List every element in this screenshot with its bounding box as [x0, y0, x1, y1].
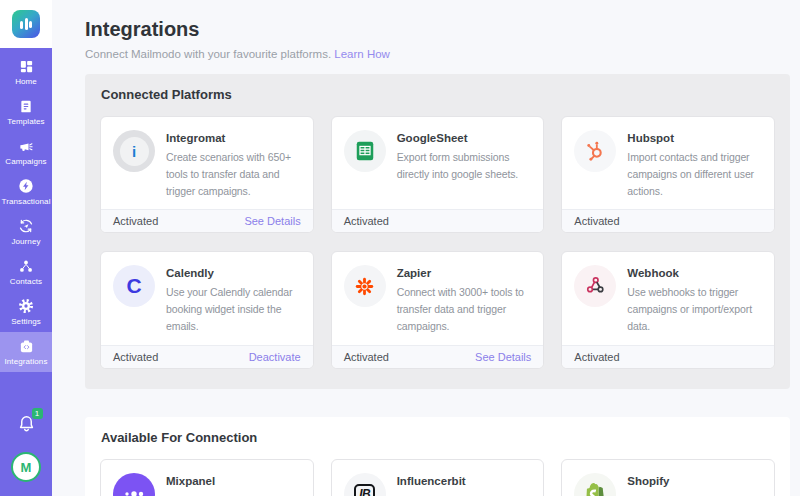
calendly-icon: C	[113, 265, 155, 307]
hubspot-icon	[574, 130, 616, 172]
page-header: Integrations Connect Mailmodo with your …	[52, 0, 800, 60]
settings-icon	[18, 298, 34, 314]
googlesheet-icon	[344, 130, 386, 172]
card-title: Hubspot	[627, 132, 766, 144]
card-description: Sync Mixpanel data to send AMP emails to…	[166, 492, 305, 496]
sidebar-item-settings[interactable]: Settings	[0, 292, 52, 332]
sidebar-item-label: Journey	[11, 237, 40, 246]
connected-platforms-section: Connected Platforms i Integromat Create …	[85, 74, 790, 389]
sidebar-item-campaigns[interactable]: Campaigns	[0, 132, 52, 172]
card-title: Mixpanel	[166, 475, 305, 487]
card-title: GoogleSheet	[397, 132, 536, 144]
available-connection-section: Available For Connection Mixpanel Sync M…	[85, 417, 790, 496]
journey-icon	[18, 218, 34, 234]
sidebar-item-label: Templates	[7, 117, 44, 126]
shopify-icon	[574, 473, 616, 496]
sidebar-item-label: Transactional	[1, 197, 50, 206]
section-heading: Available For Connection	[101, 430, 775, 445]
main-content: Integrations Connect Mailmodo with your …	[52, 0, 800, 496]
sidebar-item-contacts[interactable]: Contacts	[0, 252, 52, 292]
status-badge: Activated	[574, 215, 619, 227]
card-description: Export form submissions directly into go…	[397, 149, 536, 183]
section-heading: Connected Platforms	[101, 87, 775, 102]
card-description: Import contacts and trigger campaigns on…	[627, 149, 766, 199]
sidebar-item-label: Contacts	[10, 277, 42, 286]
integration-card-calendly: C Calendly Use your Calendly calendar bo…	[100, 251, 314, 368]
logo-area	[0, 0, 52, 48]
mixpanel-icon	[113, 473, 155, 496]
transactional-icon	[18, 178, 34, 194]
sidebar-item-transactional[interactable]: Transactional	[0, 172, 52, 212]
sidebar-item-journey[interactable]: Journey	[0, 212, 52, 252]
sidebar-item-label: Integrations	[4, 357, 47, 366]
campaigns-icon	[18, 139, 34, 154]
notification-count-badge: 1	[32, 408, 43, 419]
sidebar: Home Templates Campaigns Transactional J…	[0, 0, 52, 496]
integration-card-googlesheet: GoogleSheet Export form submissions dire…	[331, 116, 545, 233]
integration-card-mixpanel: Mixpanel Sync Mixpanel data to send AMP …	[100, 459, 314, 496]
learn-how-link[interactable]: Learn How	[334, 48, 390, 60]
see-details-link[interactable]: See Details	[244, 215, 300, 227]
card-title: Influencerbit	[397, 475, 536, 487]
card-description: Trigger Mailmodo journeys based on event…	[397, 492, 536, 496]
sidebar-item-label: Home	[15, 77, 37, 86]
integration-card-webhook: Webhook Use webhooks to trigger campaign…	[561, 251, 775, 368]
integration-card-zapier: Zapier Connect with 3000+ tools to trans…	[331, 251, 545, 368]
card-description: Use webhooks to trigger campaigns or imp…	[627, 284, 766, 334]
integration-card-integromat: i Integromat Create scenarios with 650+ …	[100, 116, 314, 233]
card-title: Webhook	[627, 267, 766, 279]
integromat-icon: i	[113, 130, 155, 172]
card-description: Use your Calendly calendar booking widge…	[166, 284, 305, 334]
user-avatar[interactable]: M	[11, 452, 41, 482]
zapier-icon	[344, 265, 386, 307]
card-title: Integromat	[166, 132, 305, 144]
home-icon	[19, 59, 34, 74]
status-badge: Activated	[574, 351, 619, 363]
sidebar-item-home[interactable]: Home	[0, 52, 52, 92]
notifications-button[interactable]: 1	[17, 414, 36, 437]
sidebar-nav: Home Templates Campaigns Transactional J…	[0, 48, 52, 372]
contacts-icon	[18, 259, 34, 274]
bell-icon	[17, 419, 36, 436]
card-description: Connect with 3000+ tools to transfer dat…	[397, 284, 536, 334]
card-title: Calendly	[166, 267, 305, 279]
sidebar-bottom: 1 M	[0, 414, 52, 496]
card-title: Zapier	[397, 267, 536, 279]
available-cards-grid: Mixpanel Sync Mixpanel data to send AMP …	[100, 459, 775, 496]
templates-icon	[19, 99, 33, 114]
see-details-link[interactable]: See Details	[475, 351, 531, 363]
webhook-icon	[574, 265, 616, 307]
card-description: Sync Shopify contacts & products to let …	[627, 492, 766, 496]
sidebar-item-templates[interactable]: Templates	[0, 92, 52, 132]
sidebar-item-label: Settings	[11, 317, 41, 326]
card-description: Create scenarios with 650+ tools to tran…	[166, 149, 305, 199]
page-subtitle: Connect Mailmodo with your favourite pla…	[85, 48, 800, 60]
sidebar-item-integrations[interactable]: Integrations	[0, 332, 52, 372]
card-title: Shopify	[627, 475, 766, 487]
integration-card-shopify: Shopify Sync Shopify contacts & products…	[561, 459, 775, 496]
status-badge: Activated	[344, 215, 389, 227]
mailmodo-logo-icon[interactable]	[12, 10, 40, 38]
influencerbit-icon: IB	[344, 473, 386, 496]
status-badge: Activated	[113, 215, 158, 227]
deactivate-link[interactable]: Deactivate	[249, 351, 301, 363]
integration-card-influencerbit: IB Influencerbit Trigger Mailmodo journe…	[331, 459, 545, 496]
page-title: Integrations	[85, 18, 800, 41]
integrations-icon	[19, 339, 34, 354]
sidebar-item-label: Campaigns	[5, 157, 46, 166]
connected-cards-grid: i Integromat Create scenarios with 650+ …	[100, 116, 775, 369]
status-badge: Activated	[344, 351, 389, 363]
integration-card-hubspot: Hubspot Import contacts and trigger camp…	[561, 116, 775, 233]
status-badge: Activated	[113, 351, 158, 363]
